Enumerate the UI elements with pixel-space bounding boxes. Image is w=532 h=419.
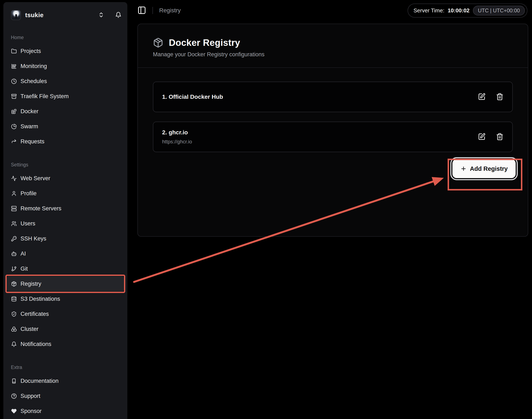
square-pen-icon: [478, 133, 486, 140]
sidebar-item-label: S3 Destinations: [21, 296, 60, 302]
bell-icon: [115, 12, 122, 18]
registry-name: 1. Official Docker Hub: [162, 93, 223, 100]
user-name: tsukie: [25, 12, 43, 19]
archive-icon: [11, 93, 17, 99]
heart-icon: [11, 408, 17, 414]
card-header: Docker Registry Manage your Docker Regis…: [138, 24, 528, 58]
registry-row-ghcr: 2. ghcr.io https://ghcr.io: [153, 122, 513, 152]
square-pen-icon: [478, 93, 486, 101]
key-icon: [11, 236, 17, 242]
shield-check-icon: [11, 311, 17, 317]
server-icon: [11, 206, 17, 211]
sidebar-item-label: Swarm: [21, 123, 38, 130]
app-root: tsukie Home Projects: [0, 0, 532, 419]
sidebar-item-monitoring[interactable]: Monitoring: [7, 59, 124, 74]
activity-icon: [11, 176, 17, 181]
sidebar-item-label: Documentation: [21, 378, 59, 384]
sidebar-item-label: Certificates: [21, 311, 49, 317]
sidebar-item-schedules[interactable]: Schedules: [7, 74, 124, 89]
sidebar-item-registry[interactable]: Registry: [7, 276, 124, 291]
sidebar-item-web-server[interactable]: Web Server: [7, 171, 124, 186]
section-label: Extra: [11, 365, 127, 370]
book-icon: [11, 378, 17, 384]
sidebar-item-label: Docker: [21, 108, 39, 115]
sidebar-item-projects[interactable]: Projects: [7, 43, 124, 59]
sidebar-item-label: Profile: [21, 190, 37, 197]
sidebar-item-traefik-file-system[interactable]: Traefik File System: [7, 89, 124, 104]
sidebar-item-label: Git: [21, 266, 28, 272]
sidebar-item-label: Requests: [21, 138, 44, 145]
user-menu[interactable]: tsukie: [11, 8, 122, 22]
folder-icon: [11, 48, 17, 54]
users-icon: [11, 221, 17, 226]
sidebar-item-certificates[interactable]: Certificates: [7, 306, 124, 321]
registry-row-official-docker-hub: 1. Official Docker Hub: [153, 82, 513, 112]
edit-registry-button[interactable]: [478, 93, 486, 101]
sidebar-item-sponsor[interactable]: Sponsor: [7, 404, 124, 419]
header-divider: [138, 67, 528, 68]
registry-list: 1. Official Docker Hub: [153, 82, 513, 152]
topbar: Registry Server Time: 10:00:02 UTC | UTC…: [127, 0, 532, 21]
help-circle-icon: [11, 393, 17, 399]
sidebar-item-label: Projects: [21, 48, 41, 54]
server-time-value: 10:00:02: [448, 7, 470, 14]
workspace-switcher-button[interactable]: [98, 12, 104, 19]
sidebar-section-settings: Settings Web Server Profile Remote Serve…: [3, 162, 127, 352]
sidebar-item-label: Registry: [21, 281, 41, 287]
sidebar-item-ssh-keys[interactable]: SSH Keys: [7, 231, 124, 246]
sidebar-item-label: Support: [21, 393, 41, 399]
add-registry-button[interactable]: Add Registry: [452, 159, 516, 178]
boxes-icon: [11, 326, 17, 332]
add-registry-row: Add Registry: [138, 159, 516, 178]
server-time-label: Server Time:: [413, 7, 444, 14]
sidebar-item-profile[interactable]: Profile: [7, 186, 124, 201]
sidebar-item-documentation[interactable]: Documentation: [7, 373, 124, 388]
forward-arrow-icon: [11, 139, 17, 144]
delete-registry-button[interactable]: [496, 133, 504, 141]
sidebar: tsukie Home Projects: [3, 2, 127, 419]
registry-name: 2. ghcr.io: [162, 129, 192, 136]
sidebar-section-extra: Extra Documentation Support Sponsor: [3, 365, 127, 419]
docker-registry-card: Docker Registry Manage your Docker Regis…: [137, 24, 528, 237]
sidebar-item-label: Sponsor: [21, 408, 42, 414]
bot-icon: [11, 251, 17, 257]
sidebar-item-cluster[interactable]: Cluster: [7, 321, 124, 337]
bell-icon: [11, 341, 17, 347]
avatar: [11, 10, 21, 20]
sidebar-toggle-button[interactable]: [137, 6, 146, 15]
sidebar-item-label: Monitoring: [21, 63, 47, 69]
sidebar-item-support[interactable]: Support: [7, 388, 124, 404]
sidebar-section-home: Home Projects Monitoring Schedules: [3, 35, 127, 149]
sidebar-item-swarm[interactable]: Swarm: [7, 119, 124, 134]
add-registry-label: Add Registry: [470, 165, 508, 172]
sidebar-item-label: Web Server: [21, 175, 50, 182]
sidebar-item-label: AI: [21, 250, 26, 257]
trash-icon: [496, 133, 504, 140]
sidebar-item-label: Traefik File System: [21, 93, 69, 100]
timezone-badge[interactable]: UTC | UTC+00:00: [473, 6, 525, 15]
user-icon: [11, 191, 17, 196]
section-label: Settings: [11, 162, 127, 168]
sidebar-item-label: Notifications: [21, 341, 51, 347]
sidebar-item-label: SSH Keys: [21, 236, 46, 242]
sidebar-item-s3-destinations[interactable]: S3 Destinations: [7, 291, 124, 306]
pie-chart-icon: [11, 124, 17, 129]
server-time-pill: Server Time: 10:00:02 UTC | UTC+00:00: [408, 4, 527, 18]
plus-icon: [460, 166, 467, 172]
sidebar-item-users[interactable]: Users: [7, 216, 124, 231]
sidebar-item-ai[interactable]: AI: [7, 246, 124, 261]
sidebar-item-git[interactable]: Git: [7, 261, 124, 276]
sidebar-item-label: Users: [21, 220, 35, 227]
page-title: Docker Registry: [169, 38, 240, 48]
edit-registry-button[interactable]: [478, 133, 486, 141]
sidebar-item-requests[interactable]: Requests: [7, 134, 124, 149]
sidebar-item-label: Cluster: [21, 326, 39, 332]
breadcrumb-divider: [152, 7, 153, 14]
sidebar-item-remote-servers[interactable]: Remote Servers: [7, 201, 124, 216]
sidebar-item-notifications[interactable]: Notifications: [7, 337, 124, 352]
trash-icon: [496, 93, 504, 101]
delete-registry-button[interactable]: [496, 93, 504, 101]
sidebar-item-docker[interactable]: Docker: [7, 104, 124, 119]
notifications-button[interactable]: [115, 12, 122, 19]
package-icon: [11, 281, 17, 287]
